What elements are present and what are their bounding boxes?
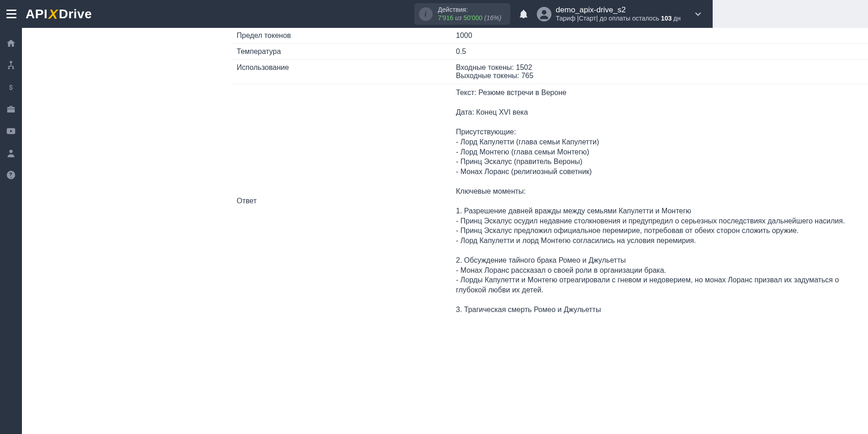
main-content: Предел токенов 1000 Температура 0.5 Испо… (22, 28, 713, 359)
avatar-icon (537, 7, 551, 21)
temperature-value: 0.5 (451, 44, 713, 60)
row-token-limit: Предел токенов 1000 (232, 28, 713, 44)
sidebar (0, 28, 22, 359)
tariff-line: Тариф |Старт| до оплаты осталось 103 дн (556, 15, 681, 23)
params-table: Предел токенов 1000 Температура 0.5 Испо… (232, 28, 713, 318)
actions-label: Действия: (438, 6, 502, 14)
usage-value: Входные токены: 1502 Выходные токены: 76… (451, 60, 713, 84)
notifications-button[interactable] (519, 9, 529, 19)
sidebar-help[interactable] (0, 166, 22, 184)
response-value: Текст: Резюме встречи в Вероне Дата: Кон… (451, 84, 713, 318)
sidebar-video[interactable] (0, 122, 22, 140)
topbar: APIXDrive i Действия: 7'916 из 50'000 (1… (0, 0, 713, 28)
user-menu[interactable]: demo_apix-drive_s2 Тариф |Старт| до опла… (537, 5, 681, 23)
row-response: Ответ Текст: Резюме встречи в Вероне Дат… (232, 84, 713, 318)
svg-point-3 (9, 150, 12, 153)
actions-count: 7'916 из 50'000 (16%) (438, 14, 502, 22)
row-usage: Использование Входные токены: 1502 Выход… (232, 60, 713, 84)
token-limit-value: 1000 (451, 28, 713, 44)
username: demo_apix-drive_s2 (556, 5, 681, 15)
sidebar-billing[interactable] (0, 78, 22, 96)
svg-rect-1 (10, 61, 12, 63)
usage-label: Использование (232, 60, 451, 84)
sidebar-briefcase[interactable] (0, 100, 22, 118)
token-limit-label: Предел токенов (232, 28, 451, 44)
temperature-label: Температура (232, 44, 451, 60)
menu-toggle-button[interactable] (4, 6, 19, 22)
row-temperature: Температура 0.5 (232, 44, 713, 60)
sidebar-home[interactable] (0, 34, 22, 53)
logo[interactable]: APIXDrive (26, 6, 92, 22)
sidebar-connections[interactable] (0, 56, 22, 74)
info-icon: i (419, 7, 433, 21)
actions-usage-box[interactable]: i Действия: 7'916 из 50'000 (16%) (414, 3, 510, 25)
sidebar-account[interactable] (0, 144, 22, 162)
response-label: Ответ (232, 84, 451, 318)
chevron-down-icon[interactable] (692, 8, 704, 21)
